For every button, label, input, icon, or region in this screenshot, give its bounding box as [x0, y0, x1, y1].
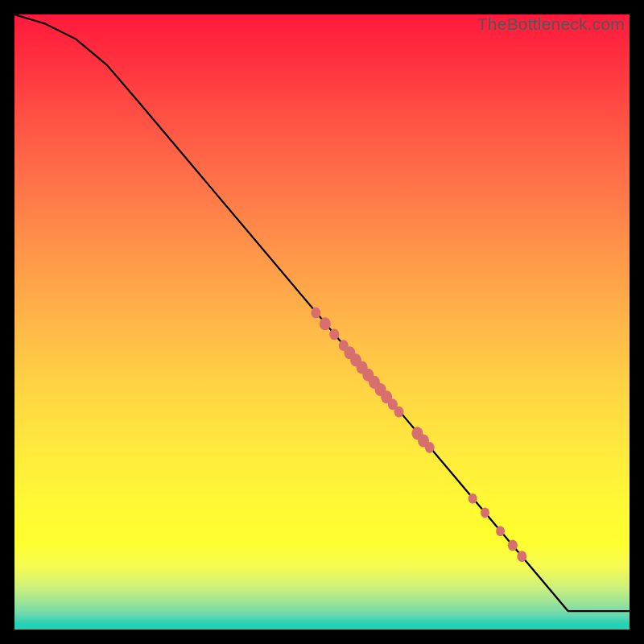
data-point	[394, 407, 404, 418]
data-point	[481, 508, 489, 518]
data-point	[311, 308, 320, 319]
chart-stage: TheBottleneck.com	[0, 0, 644, 644]
data-point	[496, 526, 505, 536]
data-point	[320, 317, 331, 330]
chart-svg	[14, 14, 630, 630]
data-point	[425, 442, 435, 453]
data-point	[329, 328, 339, 340]
curve-line	[14, 14, 630, 611]
data-point	[508, 539, 518, 551]
watermark-label: TheBottleneck.com	[477, 14, 625, 34]
data-point	[517, 551, 526, 562]
plot-area: TheBottleneck.com	[14, 14, 630, 630]
data-point	[469, 493, 477, 504]
